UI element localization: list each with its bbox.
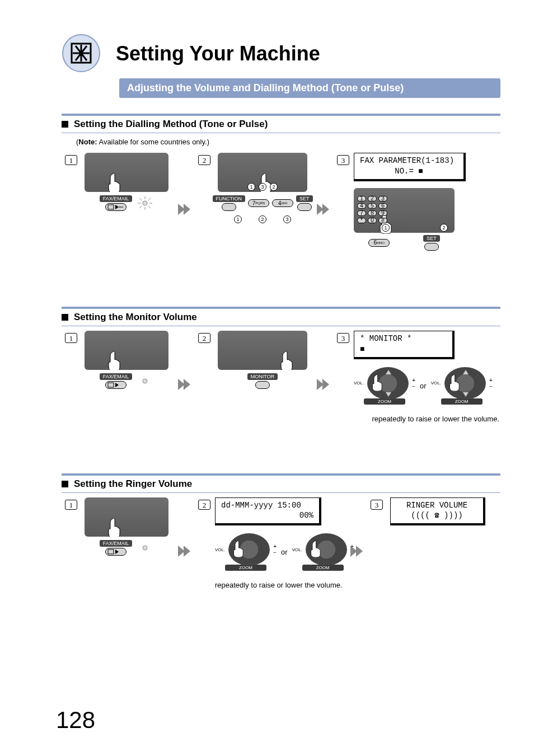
- pointing-hand-icon: [232, 541, 243, 557]
- button-label: FUNCTION: [213, 195, 246, 202]
- lcd-display: * MONITOR * ■: [354, 331, 455, 359]
- callout-icon: 3: [259, 183, 266, 191]
- callout-icon: 2: [440, 224, 448, 232]
- arrow-icon: [177, 543, 193, 559]
- function-button[interactable]: [222, 203, 236, 211]
- section-note: (Note: Available for some countries only…: [76, 138, 500, 146]
- pointing-hand-icon: [107, 351, 120, 370]
- pointing-hand-icon: [448, 374, 460, 391]
- step-number: 2: [198, 155, 210, 165]
- set-button[interactable]: [297, 203, 312, 211]
- header-icon: [62, 34, 102, 74]
- arrow-icon: [316, 201, 331, 217]
- svg-line-9: [148, 206, 151, 208]
- lcd-display: RINGER VOLUME (((( ☎ )))): [390, 497, 485, 526]
- step-number: 3: [337, 155, 349, 165]
- key-6[interactable]: 6MNO: [368, 239, 390, 247]
- arrow-icon: [316, 377, 331, 392]
- navigation-pad[interactable]: [306, 533, 347, 566]
- navigation-pad[interactable]: [444, 367, 486, 400]
- key-7[interactable]: 7PQRS: [248, 199, 269, 207]
- control-panel-illustration: 123 456 789 *0# 1 2: [354, 188, 455, 233]
- arrow-icon: [349, 543, 365, 559]
- lcd-display: dd-MMM-yyyy 15:00 00%: [215, 497, 321, 526]
- step-number: 2: [198, 500, 210, 510]
- step-caption: repeatedly to raise or lower the volume.: [215, 581, 343, 589]
- svg-rect-12: [108, 383, 114, 387]
- button-label: SET: [423, 235, 440, 242]
- callout-icon: 1: [234, 215, 242, 223]
- vol-label: VOL.: [431, 381, 441, 386]
- arrow-icon: [177, 201, 193, 217]
- svg-rect-14: [108, 550, 114, 554]
- step-caption: repeatedly to raise or lower the volume.: [354, 415, 499, 423]
- fax-email-button[interactable]: [105, 203, 127, 211]
- page-number: 128: [56, 707, 95, 734]
- step-number: 3: [371, 500, 383, 510]
- arrow-icon: [177, 377, 193, 392]
- pointing-hand-icon: [107, 518, 120, 537]
- highlight-icon: [137, 374, 153, 388]
- page-subtitle: Adjusting the Volume and Dialling Method…: [119, 78, 500, 98]
- step-number: 1: [65, 500, 77, 510]
- zoom-label: ZOOM: [225, 565, 266, 571]
- svg-line-11: [148, 198, 151, 200]
- callout-icon: 1: [247, 183, 255, 191]
- svg-point-3: [143, 201, 147, 205]
- page-title: Setting Your Machine: [116, 42, 320, 65]
- control-panel-illustration: 1 3 2: [218, 153, 307, 192]
- svg-line-8: [139, 198, 142, 200]
- svg-point-13: [143, 379, 147, 383]
- or-text: or: [281, 548, 288, 556]
- navigation-pad[interactable]: [367, 367, 409, 400]
- control-panel-illustration: [85, 153, 168, 192]
- key-4[interactable]: 4GHI: [272, 199, 293, 207]
- svg-line-10: [139, 206, 142, 208]
- zoom-label: ZOOM: [302, 565, 344, 571]
- button-label: FAX/EMAIL: [100, 195, 133, 202]
- pointing-hand-icon: [279, 351, 293, 370]
- highlight-icon: [137, 196, 153, 210]
- control-panel-illustration: [85, 331, 168, 370]
- step-number: 3: [337, 333, 349, 343]
- pointing-hand-icon: [107, 173, 120, 192]
- section-heading: Setting the Ringer Volume: [74, 478, 192, 490]
- section-ringer-volume: Setting the Ringer Volume 1 FAX/EMAIL: [62, 473, 500, 590]
- callout-icon: 1: [382, 224, 390, 232]
- callout-icon: 3: [283, 215, 291, 223]
- svg-rect-2: [108, 205, 114, 209]
- button-label: FAX/EMAIL: [100, 540, 133, 547]
- section-dialling-method: Setting the Dialling Method (Tone or Pul…: [62, 114, 500, 251]
- callout-icon: 2: [270, 183, 278, 191]
- button-label: FAX/EMAIL: [100, 373, 133, 380]
- bullet-icon: [62, 481, 68, 487]
- highlight-icon: [137, 541, 153, 555]
- section-heading: Setting the Dialling Method (Tone or Pul…: [74, 119, 268, 130]
- button-label: SET: [296, 195, 313, 202]
- pointing-hand-icon: [371, 374, 382, 391]
- pointing-hand-icon: [310, 541, 321, 557]
- svg-point-15: [143, 546, 147, 550]
- step-number: 1: [65, 333, 77, 343]
- control-panel-illustration: [218, 331, 307, 370]
- navigation-pad[interactable]: [228, 533, 270, 566]
- fax-email-button[interactable]: [105, 548, 127, 556]
- section-heading: Setting the Monitor Volume: [74, 312, 197, 323]
- lcd-display: FAX PARAMETER(1-183) NO.= ■: [354, 153, 466, 181]
- fax-email-button[interactable]: [105, 381, 127, 389]
- or-text: or: [420, 382, 427, 390]
- step-number: 2: [198, 333, 210, 343]
- vol-label: VOL.: [354, 381, 364, 386]
- monitor-button[interactable]: [255, 381, 270, 389]
- set-button[interactable]: [424, 243, 439, 251]
- bullet-icon: [62, 314, 68, 321]
- button-label: MONITOR: [247, 373, 278, 380]
- vol-label: VOL.: [215, 547, 225, 552]
- bullet-icon: [62, 121, 68, 128]
- section-monitor-volume: Setting the Monitor Volume 1 FAX/EMAIL: [62, 307, 500, 423]
- control-panel-illustration: [85, 497, 168, 537]
- vol-label: VOL.: [292, 547, 302, 552]
- step-number: 1: [65, 155, 77, 165]
- callout-icon: 2: [259, 215, 266, 223]
